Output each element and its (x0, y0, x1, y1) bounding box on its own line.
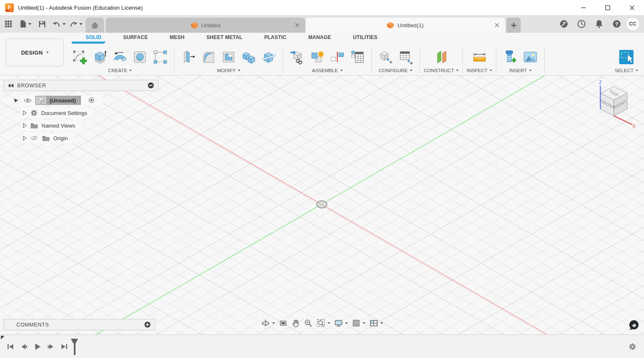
user-avatar[interactable]: CC (626, 18, 639, 30)
look-at-button[interactable] (277, 318, 289, 329)
configure-group-label[interactable]: CONFIGURE (379, 68, 412, 73)
gear-icon (30, 109, 38, 117)
expander-collapsed-icon[interactable] (23, 123, 27, 128)
create-sketch-button[interactable] (70, 47, 90, 68)
browser-header[interactable]: BROWSER (3, 80, 159, 91)
viewport-canvas[interactable]: BROWSER (0, 76, 644, 334)
orbit-icon (261, 319, 271, 328)
select-group-label[interactable]: SELECT (615, 68, 638, 73)
inspect-group-label[interactable]: INSPECT (467, 68, 492, 73)
tab-manage[interactable]: MANAGE (305, 34, 335, 43)
timeline-step-forward-button[interactable] (45, 342, 56, 352)
pan-button[interactable] (289, 318, 302, 329)
help-button[interactable]: ? (609, 15, 625, 33)
add-comment-button[interactable] (144, 321, 151, 328)
tree-row-named-views[interactable]: Named Views (21, 120, 159, 131)
tab-mesh[interactable]: MESH (166, 34, 188, 43)
extrude-button[interactable] (90, 47, 110, 68)
tab-plastic[interactable]: PLASTIC (261, 34, 290, 43)
job-status-button[interactable] (574, 15, 589, 33)
comments-title: COMMENTS (16, 322, 49, 328)
activate-component-radio[interactable] (87, 96, 96, 105)
view-cube[interactable]: TOP FRONT RIGHT Z X (592, 80, 638, 129)
grid-snaps-button[interactable] (350, 318, 362, 329)
visibility-off-eye-icon[interactable] (30, 135, 39, 141)
document-tab-untitled[interactable]: Untitled (106, 18, 305, 33)
zoom-window-caret-icon[interactable] (328, 322, 330, 324)
insert-derive-button[interactable] (287, 47, 307, 68)
timeline-step-back-button[interactable] (18, 342, 29, 352)
display-settings-caret-icon[interactable] (345, 322, 348, 324)
tab-surface[interactable]: SURFACE (120, 34, 152, 43)
browser-collapse-button[interactable] (148, 82, 154, 89)
close-tab-button[interactable] (295, 23, 300, 28)
timeline-settings-button[interactable] (628, 342, 636, 350)
redo-button[interactable] (67, 15, 84, 33)
tree-row-origin[interactable]: Origin (21, 133, 159, 143)
collapse-panel-icon[interactable] (8, 84, 14, 88)
file-menu-button[interactable] (17, 15, 34, 33)
assemble-group-label[interactable]: ASSEMBLE (312, 68, 343, 73)
maximize-button[interactable] (595, 0, 620, 15)
modify-group-label[interactable]: MODIFY (217, 68, 240, 73)
combine-button[interactable] (239, 47, 259, 68)
construct-group-label[interactable]: CONSTRUCT (424, 68, 459, 73)
minimize-button[interactable] (571, 0, 595, 15)
close-window-button[interactable] (620, 0, 644, 15)
orbit-button[interactable] (259, 318, 272, 329)
close-tab-button[interactable] (495, 23, 499, 28)
zoom-window-button[interactable] (315, 318, 327, 329)
timeline-go-to-start-button[interactable] (5, 342, 16, 352)
insert-fastener-button[interactable] (500, 47, 520, 68)
revolve-button[interactable] (110, 47, 130, 68)
tree-row-root[interactable]: (Unsaved) (13, 95, 159, 105)
insert-canvas-button[interactable] (520, 47, 540, 68)
workspace-selector[interactable]: DESIGN (6, 39, 64, 66)
new-component-button[interactable] (307, 47, 327, 68)
notifications-button[interactable] (591, 15, 607, 33)
viewports-caret-icon[interactable] (381, 322, 383, 324)
new-tab-button[interactable] (506, 18, 521, 33)
home-view-button[interactable] (86, 18, 104, 33)
visibility-eye-icon[interactable] (23, 98, 32, 103)
extensions-button[interactable] (556, 15, 572, 33)
shell-button[interactable] (219, 47, 239, 68)
hole-button[interactable] (130, 47, 150, 68)
display-settings-button[interactable] (332, 318, 345, 329)
insert-group-label[interactable]: INSERT (509, 68, 532, 73)
expander-expanded-icon[interactable] (13, 98, 18, 103)
root-component-chip[interactable]: (Unsaved) (35, 96, 81, 105)
undo-button[interactable] (50, 15, 67, 33)
tab-utilities[interactable]: UTILITIES (349, 34, 381, 43)
expander-collapsed-icon[interactable] (23, 110, 27, 115)
rectangular-pattern-button[interactable] (150, 47, 170, 68)
configure-design-button[interactable] (375, 47, 396, 68)
split-body-button[interactable] (259, 47, 279, 68)
create-group-label[interactable]: CREATE (108, 68, 132, 73)
orbit-caret-icon[interactable] (272, 322, 275, 324)
save-button[interactable] (34, 15, 50, 33)
app-grid-button[interactable] (0, 15, 17, 33)
expander-collapsed-icon[interactable] (23, 136, 27, 141)
timeline-go-to-end-button[interactable] (59, 342, 69, 352)
select-button[interactable] (616, 47, 636, 68)
grid-snaps-caret-icon[interactable] (363, 322, 365, 324)
comments-bar[interactable]: COMMENTS (3, 319, 155, 330)
fillet-button[interactable] (198, 47, 219, 68)
timeline-play-button[interactable] (32, 342, 42, 352)
joint-button[interactable] (327, 47, 347, 68)
construct-plane-button[interactable] (431, 47, 451, 68)
bom-button[interactable] (347, 47, 368, 68)
document-tab-untitled-1[interactable]: Untitled(1) (305, 18, 505, 33)
zoom-button[interactable] (302, 318, 315, 329)
timeline-marker-handle[interactable] (71, 339, 78, 343)
timeline-position-marker[interactable] (71, 339, 78, 355)
tree-row-document-settings[interactable]: Document Settings (21, 108, 159, 118)
measure-button[interactable] (469, 47, 490, 68)
viewports-button[interactable] (368, 318, 380, 329)
press-pull-button[interactable] (178, 47, 198, 68)
assistant-badge[interactable] (628, 319, 640, 331)
origin-marker[interactable] (317, 201, 327, 208)
configure-table-button[interactable] (396, 47, 416, 68)
tab-sheet-metal[interactable]: SHEET METAL (203, 34, 246, 43)
